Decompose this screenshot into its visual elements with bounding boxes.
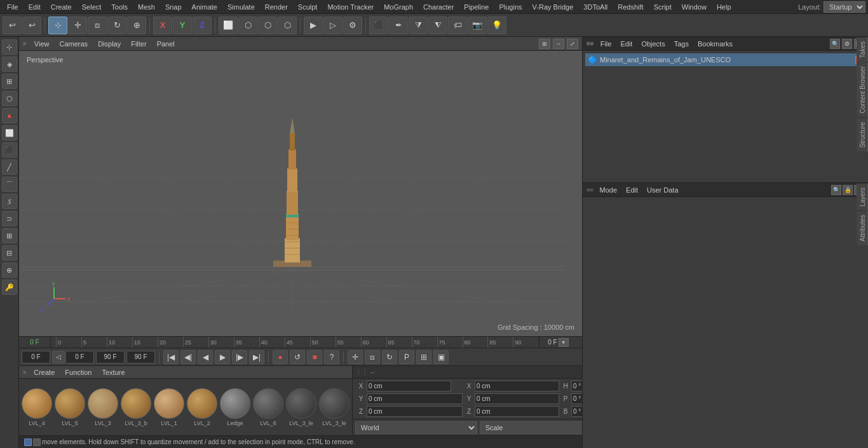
points-mode-button[interactable]: ⬡ <box>238 17 257 34</box>
material-create[interactable]: Create <box>31 368 57 377</box>
sidebar-btn-3[interactable]: ⊞ <box>2 74 17 89</box>
material-lvl2[interactable]: LVL_2 <box>187 388 217 426</box>
world-select[interactable]: World <box>355 421 477 434</box>
stop-button[interactable]: ■ <box>307 350 322 364</box>
y-axis-button[interactable]: Y <box>173 17 192 34</box>
menu-3dtoall[interactable]: 3DToAll <box>579 2 612 12</box>
rotate-tool-button[interactable]: ↻ <box>107 17 126 34</box>
loop-button[interactable]: ↺ <box>290 350 305 364</box>
om-search-button[interactable]: 🔍 <box>830 39 840 49</box>
material-function[interactable]: Function <box>62 368 94 377</box>
menu-redshift[interactable]: Redshift <box>613 2 648 12</box>
menu-animate[interactable]: Animate <box>187 2 222 12</box>
menu-motion-tracker[interactable]: Motion Tracker <box>323 2 378 12</box>
prev-frame-button[interactable]: ◀| <box>180 350 196 364</box>
menu-file[interactable]: File <box>3 2 23 12</box>
object-mode-button[interactable]: ⬜ <box>219 17 238 34</box>
viewport-display[interactable]: Display <box>95 39 123 49</box>
camera-button[interactable]: 📷 <box>468 17 487 34</box>
help-playback-button[interactable]: ? <box>324 350 339 364</box>
sidebar-btn-11[interactable]: ⊃ <box>2 211 17 226</box>
menu-pipeline[interactable]: Pipeline <box>459 2 493 12</box>
material-lvl3le[interactable]: LVL_3_le <box>286 388 316 426</box>
attr-edit[interactable]: Edit <box>623 186 641 194</box>
vtab-layers[interactable]: Layers <box>857 183 868 210</box>
menu-select[interactable]: Select <box>78 2 106 12</box>
menu-edit[interactable]: Edit <box>24 2 45 12</box>
render-frame-button[interactable]: ▶ <box>304 17 323 34</box>
sidebar-btn-5[interactable]: 🔺 <box>2 108 17 123</box>
menu-plugins[interactable]: Plugins <box>494 2 526 12</box>
material-ledge[interactable]: Ledge <box>220 388 250 426</box>
viewport-filter[interactable]: Filter <box>128 39 149 49</box>
y-size-input[interactable] <box>475 393 559 404</box>
viewport-btn-2[interactable]: ↔ <box>553 39 564 49</box>
material-lvl6[interactable]: LVL_6 <box>253 388 283 426</box>
menu-window[interactable]: Window <box>677 2 711 12</box>
om-bookmarks[interactable]: Bookmarks <box>695 39 735 48</box>
z-pos-input[interactable] <box>367 406 463 417</box>
y-pos-input[interactable] <box>367 393 463 404</box>
status-icon-2[interactable] <box>33 438 41 446</box>
material-lvl3le2[interactable]: LVL_3_le <box>319 388 349 426</box>
rotate-mode-button[interactable]: ↻ <box>382 350 397 364</box>
polygons-mode-button[interactable]: ⬡ <box>278 17 297 34</box>
om-file[interactable]: File <box>598 39 614 48</box>
sidebar-btn-6[interactable]: ⬜ <box>2 125 17 140</box>
timeline-keyframe-button[interactable]: ▼ <box>559 338 569 347</box>
sidebar-btn-2[interactable]: ◈ <box>2 57 17 72</box>
menu-character[interactable]: Character <box>419 2 458 12</box>
viewport-view[interactable]: View <box>32 39 52 49</box>
grid-mode-button[interactable]: ⊞ <box>416 350 431 364</box>
viewport-3d[interactable]: X Y Z Perspective Grid Spacing : 10000 c… <box>19 51 582 336</box>
menu-create[interactable]: Create <box>46 2 76 12</box>
menu-tools[interactable]: Tools <box>107 2 132 12</box>
menu-mograph[interactable]: MoGraph <box>379 2 417 12</box>
x-pos-input[interactable] <box>367 381 451 391</box>
x-axis-button[interactable]: X <box>153 17 172 34</box>
pose-mode-button[interactable]: P <box>399 350 414 364</box>
timeline-track[interactable]: 0 5 10 15 20 25 30 35 40 45 50 55 <box>56 337 539 348</box>
vtab-attributes[interactable]: Attributes <box>857 210 868 245</box>
menu-help[interactable]: Help <box>712 2 736 12</box>
render-viewport-button[interactable]: ▷ <box>323 17 342 34</box>
tag-button[interactable]: 🏷 <box>448 17 467 34</box>
pen-button[interactable]: ✒ <box>389 17 408 34</box>
menu-vray[interactable]: V-Ray Bridge <box>528 2 578 12</box>
record-button[interactable]: ● <box>273 350 288 364</box>
viewport-panel[interactable]: Panel <box>154 39 177 49</box>
om-edit[interactable]: Edit <box>618 39 635 48</box>
prev-frame-small-button[interactable]: ◁ <box>52 351 65 363</box>
om-tags[interactable]: Tags <box>672 39 691 48</box>
z-axis-button[interactable]: Z <box>193 17 212 34</box>
material-lvl5[interactable]: LVL_5 <box>55 388 85 426</box>
sidebar-btn-9[interactable]: ⌒ <box>2 177 17 192</box>
play-button[interactable]: ▶ <box>215 350 230 364</box>
menu-mesh[interactable]: Mesh <box>133 2 159 12</box>
object-manager-content[interactable]: 🔷 Minaret_and_Remains_of_Jam_UNESCO <box>583 51 868 182</box>
material-lvl4[interactable]: LVL_4 <box>22 388 52 426</box>
attr-mode[interactable]: Mode <box>597 186 620 194</box>
start-frame-input[interactable] <box>22 351 50 363</box>
menu-simulate[interactable]: Simulate <box>223 2 259 12</box>
menu-script[interactable]: Script <box>649 2 676 12</box>
sidebar-btn-1[interactable]: ⊹ <box>2 39 17 55</box>
universal-transform-button[interactable]: ⊕ <box>127 17 146 34</box>
material-lvl3b[interactable]: LVL_3_b <box>121 388 151 426</box>
om-objects[interactable]: Objects <box>639 39 667 48</box>
attr-lock-button[interactable]: 🔒 <box>843 185 853 195</box>
sidebar-btn-14[interactable]: ⊕ <box>2 262 17 278</box>
end-frame-input-1[interactable] <box>96 351 125 363</box>
material-texture[interactable]: Texture <box>100 368 128 377</box>
sidebar-btn-4[interactable]: ⬡ <box>2 91 17 106</box>
vtab-content-browser[interactable]: Content Browser <box>857 62 868 117</box>
edges-mode-button[interactable]: ⬡ <box>258 17 277 34</box>
next-frame-button[interactable]: |▶ <box>232 350 247 364</box>
sidebar-btn-13[interactable]: ⊟ <box>2 245 17 261</box>
attr-search-button[interactable]: 🔍 <box>831 185 841 195</box>
effector-button[interactable]: ⧨ <box>428 17 447 34</box>
vtab-takes[interactable]: Takes <box>857 37 868 62</box>
attr-userdata[interactable]: User Data <box>644 186 681 194</box>
end-frame-input-2[interactable] <box>126 351 155 363</box>
menu-snap[interactable]: Snap <box>161 2 186 12</box>
